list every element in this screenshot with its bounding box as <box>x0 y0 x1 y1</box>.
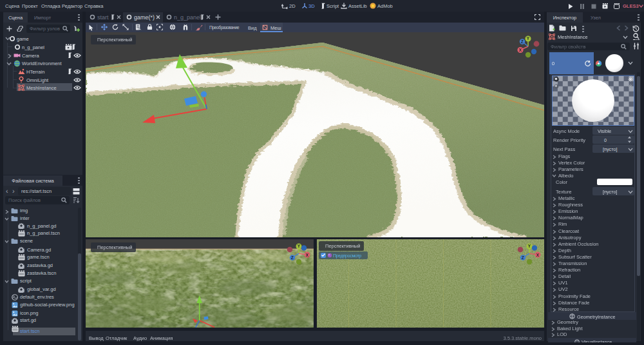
svg-text:Y: Y <box>298 244 301 248</box>
svg-text:Z: Z <box>291 255 294 260</box>
svg-text:Y: Y <box>528 244 531 248</box>
svg-text:X: X <box>536 253 540 257</box>
svg-text:X: X <box>306 253 309 257</box>
svg-text:X: X <box>519 48 522 52</box>
svg-text:Z: Z <box>521 39 524 44</box>
svg-text:Y: Y <box>527 36 530 41</box>
svg-text:Z: Z <box>522 255 524 260</box>
